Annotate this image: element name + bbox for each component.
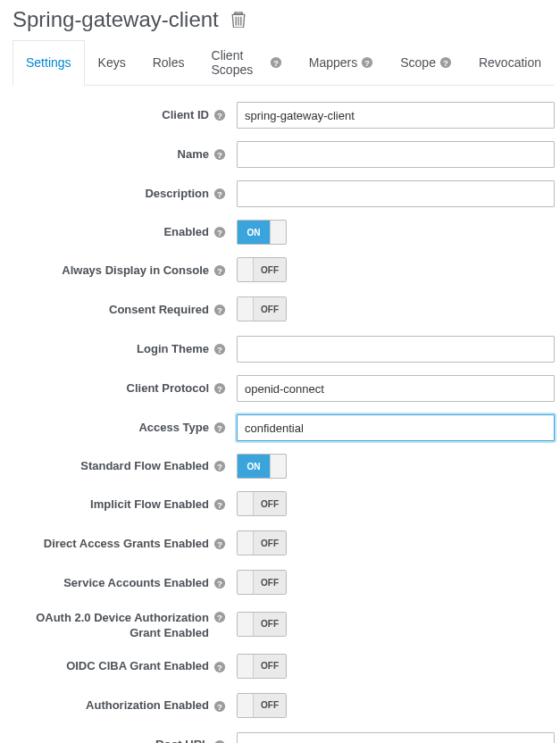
clientId-input[interactable]: [237, 102, 555, 129]
form-label: Description?: [13, 187, 237, 202]
standardFlow-toggle[interactable]: ON: [237, 454, 287, 479]
label-text: Access Type: [138, 421, 209, 434]
help-icon[interactable]: ?: [213, 460, 226, 472]
form-row-displayInConsole: Always Display in Console?OFF: [13, 257, 555, 284]
tab-mappers[interactable]: Mappers?: [296, 40, 387, 86]
form-label: OIDC CIBA Grant Enabled?: [13, 659, 237, 674]
help-icon: ?: [270, 56, 282, 69]
toggle-knob: [270, 455, 286, 478]
help-icon: ?: [439, 56, 452, 69]
accessType-select[interactable]: [237, 414, 555, 441]
toggle-off-label: OFF: [254, 694, 286, 717]
name-input[interactable]: [237, 141, 555, 168]
form-label: Standard Flow Enabled?: [13, 459, 237, 474]
help-icon[interactable]: ?: [213, 661, 226, 673]
help-icon[interactable]: ?: [213, 700, 226, 713]
form-row-enabled: Enabled?ON: [13, 220, 555, 245]
tab-settings[interactable]: Settings: [13, 40, 85, 86]
toggle-off-label: OFF: [254, 531, 286, 555]
svg-text:?: ?: [217, 149, 222, 159]
help-icon[interactable]: ?: [213, 109, 226, 121]
clientProtocol-select[interactable]: [237, 375, 555, 402]
help-icon[interactable]: ?: [213, 498, 226, 511]
consentRequired-toggle[interactable]: OFF: [237, 296, 287, 321]
label-text: Authorization Enabled: [86, 698, 209, 712]
tab-label: Revocation: [479, 55, 541, 70]
form-row-authorization: Authorization Enabled?OFF: [13, 693, 555, 720]
serviceAccounts-toggle[interactable]: OFF: [237, 570, 287, 595]
form-row-standardFlow: Standard Flow Enabled?ON: [13, 454, 555, 479]
form-row-loginTheme: Login Theme?: [13, 336, 555, 363]
svg-text:?: ?: [217, 499, 222, 509]
label-text: Direct Access Grants Enabled: [44, 537, 209, 550]
label-text: Enabled: [163, 225, 209, 238]
form-label: Client ID?: [13, 108, 237, 123]
help-icon[interactable]: ?: [213, 422, 226, 434]
toggle-knob: [238, 694, 254, 717]
svg-text:?: ?: [217, 227, 222, 237]
toggle-on-label: ON: [238, 221, 270, 244]
help-icon[interactable]: ?: [213, 739, 226, 743]
svg-text:?: ?: [217, 383, 222, 393]
form-row-rootUrl: Root URL?: [13, 732, 555, 743]
delete-client-button[interactable]: [228, 8, 249, 31]
deviceAuthGrant-toggle[interactable]: OFF: [237, 612, 287, 637]
form-row-clientId: Client ID?: [13, 102, 555, 129]
tab-keys[interactable]: Keys: [85, 40, 139, 86]
help-icon[interactable]: ?: [213, 148, 226, 161]
svg-text:?: ?: [217, 110, 222, 120]
enabled-toggle[interactable]: ON: [237, 220, 287, 245]
svg-text:?: ?: [443, 58, 448, 68]
form-label: Always Display in Console?: [13, 263, 237, 279]
cibaGrant-toggle[interactable]: OFF: [237, 654, 287, 679]
svg-text:?: ?: [217, 265, 222, 275]
label-text: OAuth 2.0 Device Authorization Grant Ena…: [36, 611, 209, 639]
toggle-off-label: OFF: [254, 258, 286, 281]
toggle-knob: [238, 571, 254, 594]
toggle-knob: [238, 655, 254, 678]
tab-label: Client Scopes: [212, 48, 266, 77]
svg-text:?: ?: [217, 305, 222, 314]
help-icon[interactable]: ?: [213, 304, 226, 316]
tab-label: Scope: [400, 55, 436, 70]
svg-text:?: ?: [217, 538, 222, 548]
tab-label: Mappers: [309, 55, 357, 70]
tab-label: Keys: [98, 55, 126, 70]
help-icon[interactable]: ?: [213, 188, 226, 200]
help-icon[interactable]: ?: [213, 226, 226, 238]
help-icon[interactable]: ?: [213, 577, 226, 589]
form-row-serviceAccounts: Service Accounts Enabled?OFF: [13, 570, 555, 597]
tab-scope[interactable]: Scope?: [387, 40, 465, 86]
svg-text:?: ?: [217, 422, 222, 432]
trash-icon: [231, 17, 246, 30]
label-text: OIDC CIBA Grant Enabled: [66, 659, 209, 672]
label-text: Standard Flow Enabled: [80, 459, 209, 472]
rootUrl-input[interactable]: [237, 732, 555, 743]
svg-text:?: ?: [217, 578, 222, 588]
form-row-accessType: Access Type?: [13, 414, 555, 441]
svg-text:?: ?: [273, 58, 279, 68]
form-label: Implicit Flow Enabled?: [13, 497, 237, 513]
help-icon[interactable]: ?: [213, 611, 226, 623]
form-label: Access Type?: [13, 421, 237, 436]
form-row-deviceAuthGrant: OAuth 2.0 Device Authorization Grant Ena…: [13, 609, 555, 641]
description-input[interactable]: [237, 180, 555, 207]
form-label: Login Theme?: [13, 342, 237, 357]
tab-client-scopes[interactable]: Client Scopes?: [198, 40, 296, 86]
displayInConsole-toggle[interactable]: OFF: [237, 257, 287, 282]
form-label: Direct Access Grants Enabled?: [13, 537, 237, 552]
implicitFlow-toggle[interactable]: OFF: [237, 491, 287, 516]
tab-roles[interactable]: Roles: [139, 40, 198, 86]
tab-revocation[interactable]: Revocation: [465, 40, 555, 86]
label-text: Root URL: [155, 738, 209, 743]
authorization-toggle[interactable]: OFF: [237, 693, 287, 718]
loginTheme-select[interactable]: [237, 336, 555, 363]
directAccess-toggle[interactable]: OFF: [237, 530, 287, 555]
help-icon[interactable]: ?: [213, 264, 226, 277]
help-icon: ?: [361, 56, 373, 69]
help-icon[interactable]: ?: [213, 538, 226, 550]
toggle-knob: [238, 297, 254, 321]
help-icon[interactable]: ?: [213, 343, 226, 355]
help-icon[interactable]: ?: [213, 382, 226, 395]
toggle-on-label: ON: [238, 455, 270, 478]
